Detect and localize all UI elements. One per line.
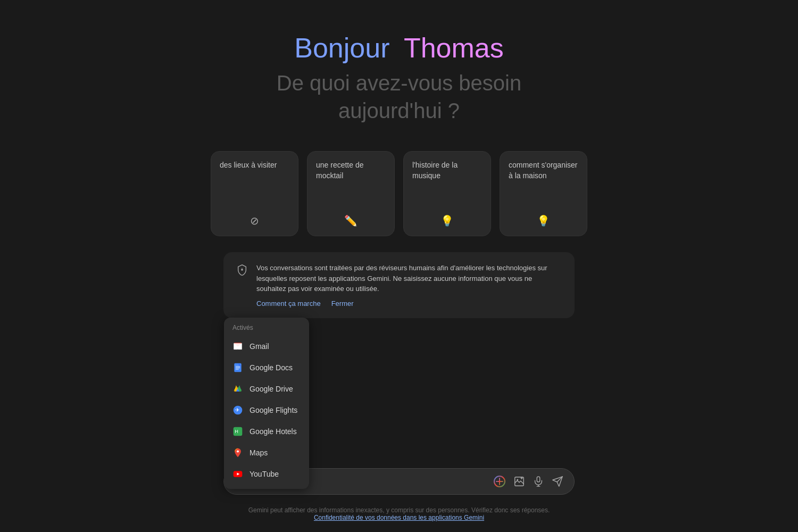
suggestion-card-2[interactable]: une recette de mocktail ✏️	[307, 151, 395, 236]
docs-icon	[232, 362, 243, 373]
svg-point-0	[241, 269, 243, 271]
card-icon-3: 💡	[412, 214, 482, 227]
dropdown-item-gmail[interactable]: Gmail	[224, 336, 309, 357]
dropdown-item-hotels[interactable]: H Google Hotels	[224, 421, 309, 442]
notice-content: Vos conversations sont traitées par des …	[256, 263, 562, 307]
input-bar[interactable]: Activés	[223, 468, 575, 495]
greeting-header: Bonjour Thomas	[294, 32, 504, 64]
dropdown-item-maps[interactable]: Maps	[224, 442, 309, 463]
subtitle: De quoi avez-vous besoin aujourd'hui ?	[277, 69, 521, 124]
drive-label: Google Drive	[250, 385, 293, 393]
footer-text: Gemini peut afficher des informations in…	[248, 506, 550, 514]
docs-label: Google Docs	[250, 363, 293, 372]
svg-rect-6	[236, 369, 239, 370]
card-text-3: l'histoire de la musique	[412, 160, 482, 181]
microphone-button[interactable]	[533, 476, 544, 487]
footer-link[interactable]: Confidentialité de vos données dans les …	[314, 514, 484, 521]
hotels-label: Google Hotels	[250, 427, 297, 436]
gmail-icon	[232, 341, 243, 352]
input-actions	[493, 475, 563, 488]
card-icon-1: ⊘	[220, 214, 289, 227]
gemini-button[interactable]	[493, 475, 506, 488]
card-text-4: comment s'organiser à la maison	[509, 160, 578, 181]
dropdown-item-drive[interactable]: Google Drive	[224, 378, 309, 400]
svg-rect-5	[236, 368, 240, 368]
notice-links: Comment ça marche Fermer	[256, 300, 562, 307]
youtube-icon	[232, 469, 243, 479]
youtube-label: YouTube	[250, 470, 279, 478]
suggestion-cards: des lieux à visiter ⊘ une recette de moc…	[211, 151, 587, 236]
shield-icon	[236, 264, 248, 278]
gmail-label: Gmail	[250, 342, 269, 351]
hotels-icon: H	[232, 426, 243, 437]
flights-icon: ✈	[232, 405, 243, 415]
send-button[interactable]	[552, 476, 563, 487]
notice-link-close[interactable]: Fermer	[331, 300, 354, 307]
notice-link-how[interactable]: Comment ça marche	[256, 300, 321, 307]
suggestion-card-3[interactable]: l'histoire de la musique 💡	[403, 151, 491, 236]
dropdown-item-flights[interactable]: ✈ Google Flights	[224, 400, 309, 421]
card-text-2: une recette de mocktail	[316, 160, 386, 181]
greeting-name: Thomas	[404, 32, 504, 63]
footer: Gemini peut afficher des informations in…	[248, 506, 550, 521]
dropdown-item-docs[interactable]: Google Docs	[224, 357, 309, 378]
notice-text: Vos conversations sont traitées par des …	[256, 263, 562, 294]
svg-rect-21	[537, 477, 540, 482]
card-text-1: des lieux à visiter	[220, 160, 289, 171]
drive-icon	[232, 384, 243, 394]
svg-rect-4	[236, 367, 240, 367]
suggestion-card-4[interactable]: comment s'organiser à la maison 💡	[500, 151, 587, 236]
svg-text:✈: ✈	[235, 407, 239, 413]
svg-point-15	[237, 450, 239, 452]
notice-box: Vos conversations sont traitées par des …	[223, 252, 575, 318]
flights-label: Google Flights	[250, 406, 297, 414]
dropdown-header: Activés	[224, 322, 309, 336]
dropdown-item-youtube[interactable]: YouTube	[224, 463, 309, 485]
maps-label: Maps	[250, 448, 268, 457]
suggestion-card-1[interactable]: des lieux à visiter ⊘	[211, 151, 298, 236]
image-button[interactable]	[513, 476, 525, 487]
card-icon-2: ✏️	[316, 214, 386, 227]
maps-icon	[232, 447, 243, 458]
card-icon-4: 💡	[509, 214, 578, 227]
app-dropdown: Activés	[224, 318, 309, 489]
svg-text:H: H	[235, 429, 238, 434]
greeting-bonjour: Bonjour	[294, 32, 389, 63]
